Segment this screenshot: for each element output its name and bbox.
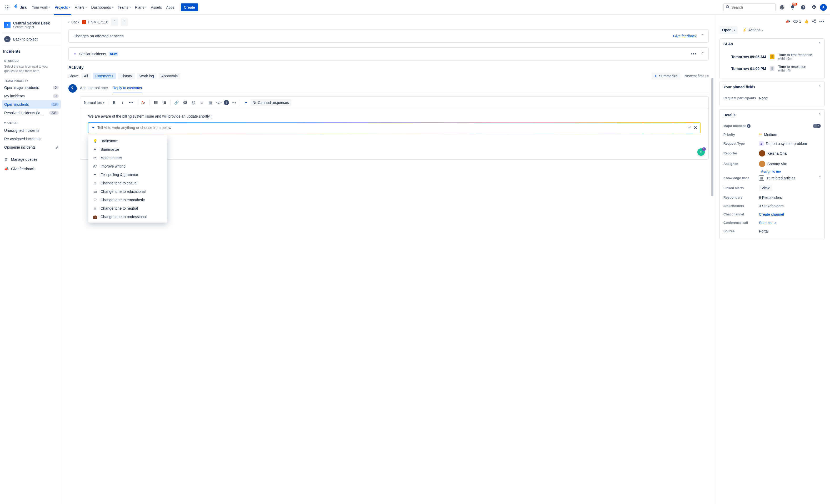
image-button[interactable]: 🖼 [181,99,189,106]
nav-item-filters[interactable]: Filters▾ [72,3,89,11]
assignee-value[interactable]: Sammy Vito [759,161,821,167]
notifications-icon[interactable]: 9+ [789,3,797,11]
nav-item-projects[interactable]: Projects▾ [53,3,73,11]
tab-internal-note[interactable]: Add internal note [80,84,108,93]
profile-avatar[interactable]: A [820,4,827,11]
priority-value[interactable]: ═ Medium [759,132,821,137]
watchers-button[interactable]: 1 [793,19,801,24]
mention-button[interactable]: @ [189,99,197,106]
nav-item-your-work[interactable]: Your work▾ [30,3,53,11]
nav-item-teams[interactable]: Teams▾ [116,3,133,11]
ai-option-change-tone-to-casual[interactable]: ☺Change tone to casual [88,179,167,187]
ai-prompt-bar[interactable]: ✦ ⏎ ✕ 💡Brainstorm≡Summarize✂Make shorter… [88,122,701,133]
details-header[interactable]: Details ˄ [720,110,825,120]
give-feedback-link[interactable]: Give feedback [673,34,697,38]
bold-button[interactable]: B [110,99,118,106]
ai-option-change-tone-to-professional[interactable]: 💼Change tone to professional [88,212,167,221]
filter-comments[interactable]: Comments [93,73,116,79]
knowledge-base-value[interactable]: ▤ 15 related articles ˅ [759,175,821,181]
filter-all[interactable]: All [81,73,91,79]
scrollbar[interactable] [711,78,713,196]
actions-dropdown[interactable]: ⚡ Actions ▾ [740,26,766,34]
text-color-button[interactable]: A▾ [139,99,147,106]
queue-unassigned-incidents[interactable]: Unassigned incidents [2,126,61,135]
request-type-value[interactable]: ▲ Report a system problem [759,141,821,146]
text-style-select[interactable]: Normal tex▾ [83,99,106,106]
queue-open-incidents[interactable]: Open incidents18 [2,100,61,109]
prev-issue-button[interactable]: ˄ [111,19,118,26]
queue-my-incidents[interactable]: My incidents0 [2,92,61,100]
bullet-list-button[interactable] [152,99,160,106]
project-header[interactable]: ✦ Central Service Desk Service project [2,19,61,31]
back-button[interactable]: ‹ Back [68,20,79,24]
canned-responses-button[interactable]: ↻ Canned responses [251,99,292,106]
queue-re-assigned-incidents[interactable]: Re-assigned incidents [2,135,61,143]
insert-button[interactable]: ＋▾ [229,99,237,106]
ai-option-improve-writing[interactable]: AᵃImprove writing [88,162,167,170]
link-button[interactable]: 🔗 [172,99,181,106]
ai-option-summarize[interactable]: ≡Summarize [88,145,167,154]
other-header[interactable]: ▾ OTHER [2,117,61,126]
share-icon[interactable] [812,19,816,24]
more-icon[interactable]: ••• [691,52,697,56]
ai-option-fix-spelling-grammar[interactable]: ✦Fix spelling & grammar [88,170,167,179]
emoji-button[interactable]: ☺ [198,99,206,106]
create-button[interactable]: Create [181,3,198,11]
info-icon[interactable]: i [747,124,751,128]
settings-icon[interactable] [809,3,818,11]
nav-item-dashboards[interactable]: Dashboards▾ [89,3,116,11]
nav-item-plans[interactable]: Plans▾ [133,3,149,11]
reporter-value[interactable]: Keisha Onai [759,150,821,157]
ai-option-change-tone-to-neutral[interactable]: ☺Change tone to neutral [88,204,167,212]
filter-history[interactable]: History [118,73,135,79]
close-icon[interactable]: ✕ [694,125,697,130]
code-button[interactable]: </> [215,99,223,106]
italic-button[interactable]: I [119,99,127,106]
help-icon[interactable]: ? [799,3,807,11]
sort-order[interactable]: Newest first ↓≡ [684,74,709,78]
like-icon[interactable]: 👍 [804,19,809,24]
table-button[interactable]: ▦ [206,99,214,106]
chevron-down-icon[interactable]: ˅ [702,52,704,56]
global-search[interactable] [723,3,776,11]
more-actions-icon[interactable]: ••• [819,19,825,24]
search-input[interactable] [731,5,773,9]
info-button[interactable]: i [224,100,229,105]
linked-alerts-view-button[interactable]: View [759,185,772,191]
status-dropdown[interactable]: Open▾ [720,26,738,34]
feedback-icon[interactable]: 📣 [786,19,790,24]
filter-work-log[interactable]: Work log [137,73,157,79]
create-channel-link[interactable]: Create channel [759,212,784,216]
assign-to-me-link[interactable]: Assign to me [761,169,781,173]
queue-open-major-incidents[interactable]: Open major incidents0 [2,83,61,92]
summarize-button[interactable]: ✦ Summarize [651,73,680,79]
issue-key[interactable]: ! ITSM-17116 [82,20,108,24]
manage-queues[interactable]: ⚙ Manage queues [2,155,61,164]
back-to-project[interactable]: ← Back to project [2,33,61,45]
slas-header[interactable]: SLAs ˄ [720,39,825,49]
tab-reply-to-customer[interactable]: Reply to customer [113,84,142,93]
editor-textarea[interactable]: We are aware of the billing system issue… [80,109,708,159]
ai-prompt-input[interactable] [97,126,685,130]
ai-toolbar-button[interactable]: ✦ [242,99,250,106]
queue-opsgenie-incidents[interactable]: Opsgenie incidents⬀ [2,143,61,152]
sidebar-give-feedback[interactable]: 📣 Give feedback [2,164,61,174]
request-participants-value[interactable]: None [759,96,821,100]
ai-option-make-shorter[interactable]: ✂Make shorter [88,154,167,162]
pinned-header[interactable]: Your pinned fields ˄ [720,82,825,92]
ai-option-change-tone-to-empathetic[interactable]: ♡Change tone to empathetic [88,196,167,204]
filter-approvals[interactable]: Approvals [159,73,180,79]
next-issue-button[interactable]: ˅ [121,19,128,26]
jira-logo[interactable]: Jira [14,4,27,10]
responders-value[interactable]: 6 Responders [759,196,821,200]
app-launcher-icon[interactable] [3,3,11,11]
chevron-down-icon[interactable]: ˅ [702,34,704,38]
major-incident-toggle[interactable] [813,124,821,128]
whatsnew-icon[interactable] [778,3,786,11]
ai-option-brainstorm[interactable]: 💡Brainstorm [88,137,167,145]
queue-resolved-incidents-la-[interactable]: Resolved incidents (la...238 [2,109,61,117]
numbered-list-button[interactable]: 123 [160,99,168,106]
more-formatting-button[interactable]: ••• [127,99,135,106]
ai-option-change-tone-to-educational[interactable]: ▭Change tone to educational [88,187,167,196]
grammarly-icon[interactable]: G1 [697,148,705,156]
